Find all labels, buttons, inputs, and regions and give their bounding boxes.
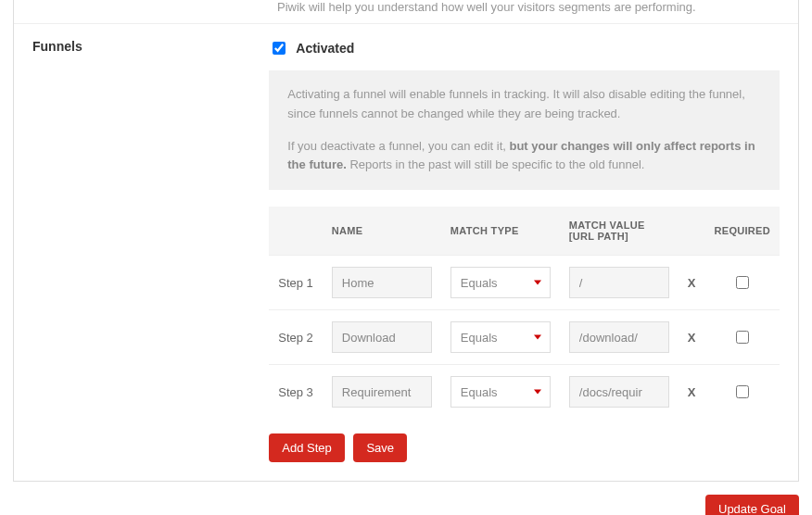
col-match-type: MATCH TYPE — [441, 207, 560, 256]
required-checkbox[interactable] — [736, 276, 749, 289]
match-type-value[interactable] — [450, 267, 551, 298]
update-goal-button[interactable]: Update Goal — [705, 495, 799, 515]
table-row: Step 1 X — [269, 256, 780, 310]
step-name-input[interactable] — [332, 321, 432, 353]
activated-label: Activated — [296, 41, 354, 56]
match-type-select[interactable] — [450, 321, 551, 353]
footer-actions: Update Goal — [0, 495, 812, 515]
step-label: Step 1 — [269, 256, 323, 310]
required-checkbox[interactable] — [736, 385, 749, 398]
funnel-steps-table: NAME MATCH TYPE MATCH VALUE [URL PATH] R… — [269, 207, 780, 419]
col-match-value: MATCH VALUE [URL PATH] — [560, 207, 679, 256]
funnel-info-box: Activating a funnel will enable funnels … — [269, 70, 780, 190]
save-button[interactable]: Save — [353, 433, 407, 462]
match-type-value[interactable] — [450, 321, 551, 353]
required-checkbox[interactable] — [736, 331, 749, 344]
add-step-button[interactable]: Add Step — [269, 433, 345, 462]
funnels-content: Activated Activating a funnel will enabl… — [250, 24, 798, 481]
col-name: NAME — [323, 207, 441, 256]
activated-checkbox[interactable] — [273, 42, 285, 55]
step-name-input[interactable] — [332, 376, 432, 408]
step-label: Step 2 — [269, 310, 323, 365]
remove-step-button[interactable]: X — [679, 310, 705, 365]
intro-text: Piwik will help you understand how well … — [14, 0, 798, 23]
match-type-select[interactable] — [450, 267, 551, 298]
step-buttons-row: Add Step Save — [269, 433, 780, 462]
table-row: Step 3 X — [269, 365, 780, 420]
funnels-row: Funnels Activated Activating a funnel wi… — [14, 23, 798, 481]
info-paragraph-2: If you deactivate a funnel, you can edit… — [287, 137, 761, 176]
step-name-input[interactable] — [332, 267, 432, 298]
col-remove — [679, 207, 705, 256]
funnel-panel: Piwik will help you understand how well … — [13, 0, 799, 482]
match-value-input[interactable] — [569, 321, 669, 353]
col-blank — [269, 207, 323, 256]
table-row: Step 2 X — [269, 310, 780, 365]
remove-step-button[interactable]: X — [679, 256, 705, 310]
table-header-row: NAME MATCH TYPE MATCH VALUE [URL PATH] R… — [269, 207, 780, 256]
match-value-input[interactable] — [569, 267, 669, 298]
match-type-value[interactable] — [450, 376, 551, 408]
match-value-input[interactable] — [569, 376, 669, 408]
col-required: REQUIRED — [705, 207, 780, 256]
step-label: Step 3 — [269, 365, 323, 420]
activated-toggle[interactable]: Activated — [269, 39, 780, 57]
remove-step-button[interactable]: X — [679, 365, 705, 420]
info-paragraph-1: Activating a funnel will enable funnels … — [287, 85, 761, 124]
section-label: Funnels — [14, 24, 250, 481]
match-type-select[interactable] — [450, 376, 551, 408]
